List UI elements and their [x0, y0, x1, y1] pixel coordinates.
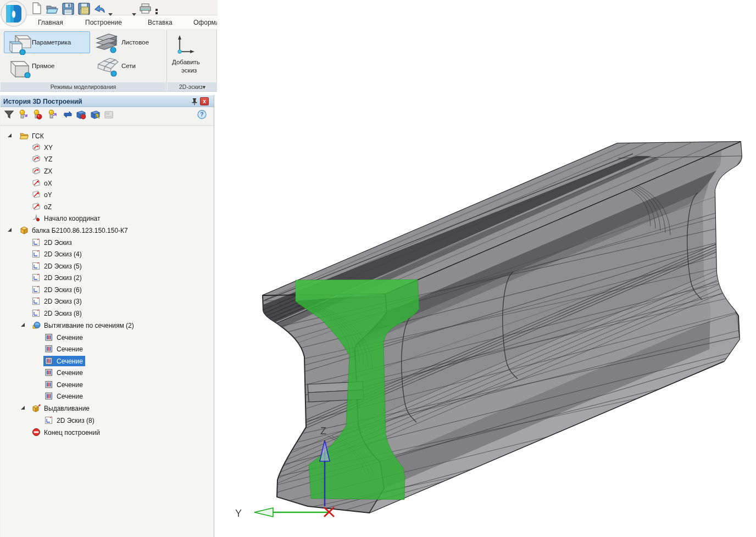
svg-text:Z: Z — [320, 426, 326, 437]
svg-text:Y: Y — [235, 508, 242, 519]
